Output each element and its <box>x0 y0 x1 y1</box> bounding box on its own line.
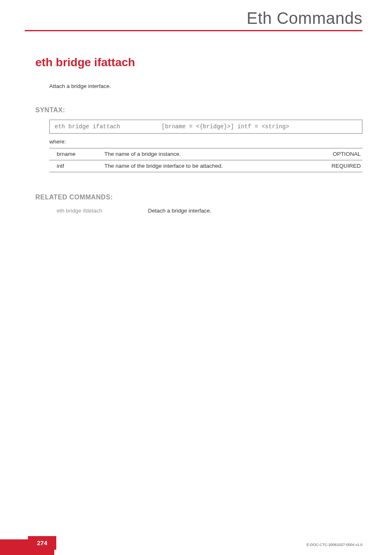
table-row: brname The name of a bridge instance. OP… <box>49 148 362 160</box>
parameters-table: brname The name of a bridge instance. OP… <box>49 148 362 172</box>
param-name: brname <box>49 148 103 160</box>
param-desc: The name of a bridge instance. <box>103 148 317 160</box>
page-number: 274 <box>28 536 56 550</box>
table-row: intf The name of the bridge interface to… <box>49 160 362 172</box>
param-req: REQUIRED <box>317 160 362 172</box>
related-desc: Detach a bridge interface. <box>148 207 362 215</box>
syntax-command: eth bridge ifattach <box>55 123 161 130</box>
syntax-box: eth bridge ifattach [brname = <{bridge}>… <box>49 120 362 134</box>
command-intro: Attach a bridge interface. <box>49 83 362 89</box>
related-link[interactable]: eth bridge ifdetach <box>49 207 148 215</box>
content-area: eth bridge ifattach Attach a bridge inte… <box>0 56 362 215</box>
chapter-title: Eth Commands <box>0 9 362 28</box>
syntax-arguments: [brname = <{bridge}>] intf = <string> <box>161 123 357 130</box>
syntax-heading: SYNTAX: <box>35 106 362 114</box>
table-row: eth bridge ifdetach Detach a bridge inte… <box>49 207 362 215</box>
param-desc: The name of the bridge interface to be a… <box>103 160 317 172</box>
param-req: OPTIONAL <box>317 148 362 160</box>
related-heading: RELATED COMMANDS: <box>35 194 362 201</box>
page: Eth Commands eth bridge ifattach Attach … <box>0 0 392 555</box>
command-title: eth bridge ifattach <box>35 56 362 69</box>
param-name: intf <box>49 160 103 172</box>
related-commands-table: eth bridge ifdetach Detach a bridge inte… <box>49 207 362 215</box>
top-rule <box>25 30 362 31</box>
page-footer: 274 E-DOC-CTC-20061027-0004 v1.0 <box>0 534 392 555</box>
where-label: where: <box>49 139 362 145</box>
footer-doc-id: E-DOC-CTC-20061027-0004 v1.0 <box>307 543 362 547</box>
